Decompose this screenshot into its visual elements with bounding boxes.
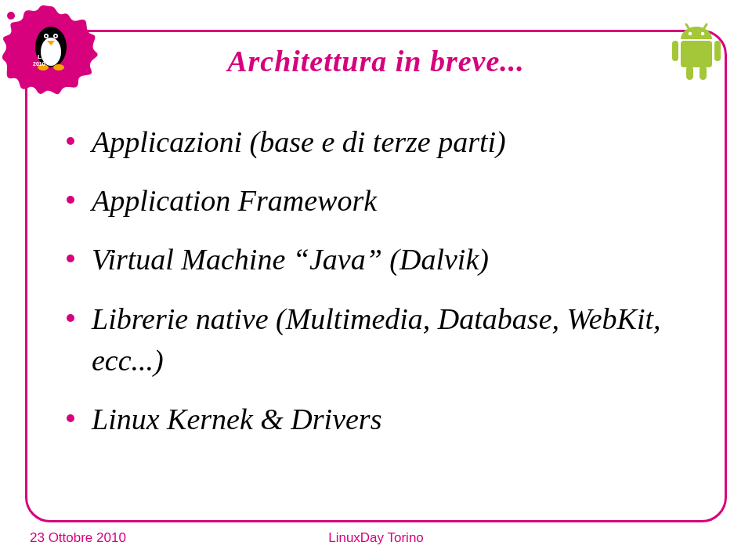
svg-point-20 [701, 32, 705, 36]
bullet-dot-icon [67, 137, 74, 145]
svg-rect-16 [714, 41, 721, 61]
slide: LD 2010 Arc [0, 0, 752, 560]
list-item: Virtual Machine “Java” (Dalvik) [67, 239, 685, 280]
linuxday-logo: LD 2010 [0, 0, 102, 102]
slide-title: Architettura in breve... [0, 44, 752, 78]
bullet-dot-icon [67, 255, 74, 262]
footer-event: LinuxDay Torino [0, 530, 752, 546]
bullet-dot-icon [67, 196, 74, 204]
list-item: Application Framework [67, 180, 685, 222]
list-item: Applicazioni (base e di terze parti) [67, 121, 685, 163]
svg-text:LD: LD [38, 53, 46, 60]
bullet-text: Librerie native (Multimedia, Database, W… [92, 298, 685, 381]
svg-point-19 [689, 32, 692, 36]
svg-rect-14 [681, 41, 712, 67]
svg-text:2010: 2010 [33, 61, 45, 67]
svg-rect-15 [672, 41, 678, 61]
svg-point-5 [45, 35, 48, 38]
svg-rect-18 [700, 66, 707, 80]
list-item: Librerie native (Multimedia, Database, W… [67, 298, 685, 381]
svg-rect-17 [686, 66, 693, 80]
bullet-text: Linux Kernek & Drivers [92, 399, 381, 440]
bullet-dot-icon [67, 414, 74, 422]
android-icon [669, 22, 724, 85]
bullet-dot-icon [67, 314, 74, 322]
bullet-text: Application Framework [92, 180, 377, 222]
svg-point-6 [55, 35, 57, 38]
svg-point-9 [53, 64, 64, 70]
svg-point-0 [7, 12, 15, 20]
bullet-text: Virtual Machine “Java” (Dalvik) [92, 239, 489, 280]
list-item: Linux Kernek & Drivers [67, 399, 685, 440]
bullet-list: Applicazioni (base e di terze parti) App… [67, 121, 685, 457]
bullet-text: Applicazioni (base e di terze parti) [92, 121, 506, 163]
